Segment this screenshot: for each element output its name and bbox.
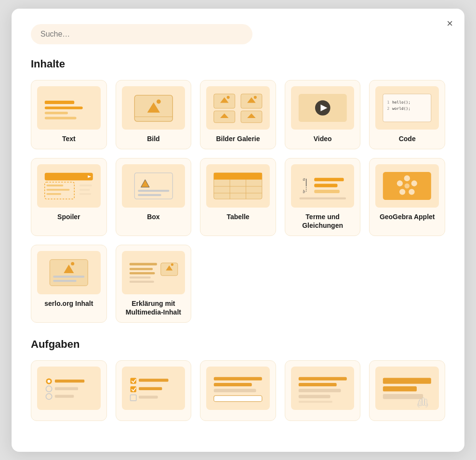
card-aufg2-preview [122,367,185,410]
svg-rect-38 [46,193,61,195]
svg-point-70 [405,183,410,188]
svg-text:b: b [303,189,305,194]
svg-rect-40 [79,189,90,191]
svg-rect-45 [138,190,169,192]
svg-rect-79 [129,268,152,270]
card-erkl-preview [122,251,185,294]
card-code-label: Code [399,134,416,143]
close-button[interactable]: × [447,18,453,29]
card-box-label: Box [147,212,159,221]
card-video-preview [291,86,355,130]
svg-rect-96 [139,379,168,381]
card-aufg5-preview [375,367,439,410]
svg-rect-93 [55,395,74,398]
card-box[interactable]: Box [116,158,192,236]
card-spoiler[interactable]: Spoiler [31,158,107,236]
aufgaben-grid [31,360,445,421]
svg-rect-1 [45,101,74,104]
svg-rect-60 [314,184,337,187]
card-text-label: Text [62,134,76,143]
card-aufg5[interactable] [369,360,445,421]
svg-point-17 [254,95,257,98]
card-terme-preview: a b [291,164,355,208]
svg-rect-59 [314,178,344,181]
svg-text:a: a [303,176,305,181]
svg-rect-82 [129,281,154,283]
svg-point-68 [399,189,405,195]
card-text-preview [37,86,101,130]
svg-rect-62 [299,197,346,199]
card-galerie-label: Bilder Galerie [216,134,260,143]
card-geo-label: GeoGebra Applet [380,212,435,221]
card-bild-preview [122,86,185,130]
svg-rect-75 [53,276,84,277]
svg-rect-80 [129,272,155,274]
card-serlo-label: serlo.org Inhalt [44,299,93,308]
card-erkl[interactable]: Erklärung mit Multimedia-Inhalt [116,245,192,323]
svg-point-85 [171,263,173,266]
svg-rect-37 [46,189,69,191]
card-geo[interactable]: GeoGebra Applet [369,158,445,236]
card-erkl-label: Erklärung mit Multimedia-Inhalt [122,299,185,316]
svg-text:world();: world(); [392,106,410,111]
svg-point-88 [47,380,50,382]
card-aufg3[interactable] [200,360,276,421]
card-aufg2[interactable] [116,360,192,421]
svg-rect-81 [129,276,150,278]
svg-rect-98 [139,387,162,390]
card-code[interactable]: 1 hello(); 2 world(); Code [369,80,445,149]
svg-rect-115 [383,394,423,399]
card-aufg4[interactable] [285,360,361,421]
card-aufg1-preview [37,367,101,410]
card-video[interactable]: Video [285,80,361,149]
card-aufg4-preview [291,367,355,410]
card-box-preview [122,164,185,208]
card-bild-label: Bild [147,134,159,143]
section-aufgaben: Aufgaben [31,338,445,421]
card-geo-preview [375,164,439,208]
card-spoiler-preview [37,164,101,208]
svg-rect-36 [46,184,63,186]
section-title-aufgaben: Aufgaben [31,338,445,351]
svg-rect-49 [214,172,262,179]
svg-rect-33 [45,172,93,180]
section-title-inhalte: Inhalte [31,58,445,70]
inhalte-grid: Text Bild [31,80,445,323]
svg-rect-102 [214,377,262,381]
card-tabelle[interactable]: Tabelle [200,158,276,236]
svg-rect-3 [45,111,68,114]
svg-rect-110 [299,395,331,398]
svg-rect-2 [45,106,83,109]
section-inhalte: Inhalte Text [31,58,445,323]
card-code-preview: 1 hello(); 2 world(); [375,86,439,130]
card-serlo-preview [37,251,101,294]
card-text[interactable]: Text [31,80,107,149]
modal: × Inhalte Text [12,9,464,452]
card-tabelle-label: Tabelle [226,212,249,221]
svg-point-69 [397,180,403,186]
svg-rect-104 [214,389,256,392]
svg-point-9 [157,99,161,104]
svg-rect-111 [299,401,332,403]
search-input[interactable] [31,24,252,44]
svg-rect-103 [214,383,252,386]
svg-text:2: 2 [387,106,390,111]
svg-rect-105 [214,395,262,401]
card-galerie-preview [206,86,270,130]
svg-point-14 [227,95,230,98]
card-bild[interactable]: Bild [116,80,192,149]
card-video-label: Video [314,134,332,143]
card-terme[interactable]: a b Terme und Gleichungen [285,158,361,236]
svg-point-74 [71,262,74,265]
card-aufg1[interactable] [31,360,107,421]
card-aufg3-preview [206,367,270,410]
svg-rect-61 [314,190,340,193]
svg-point-66 [411,180,417,186]
svg-rect-91 [55,387,78,390]
svg-rect-119 [425,399,427,406]
svg-rect-39 [79,184,92,186]
card-galerie[interactable]: Bilder Galerie [200,80,276,149]
svg-rect-100 [139,395,158,398]
svg-rect-120 [419,401,421,406]
card-serlo[interactable]: serlo.org Inhalt [31,245,107,323]
